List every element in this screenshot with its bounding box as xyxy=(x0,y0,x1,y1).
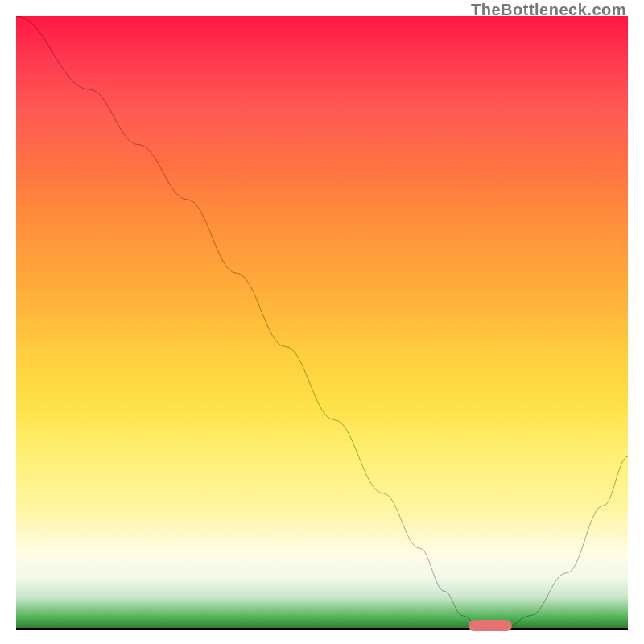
optimum-marker xyxy=(469,620,511,631)
curve-svg xyxy=(16,16,628,628)
bottleneck-chart: TheBottleneck.com xyxy=(0,0,644,644)
x-axis-line xyxy=(16,628,628,630)
bottleneck-curve-path xyxy=(16,16,628,628)
